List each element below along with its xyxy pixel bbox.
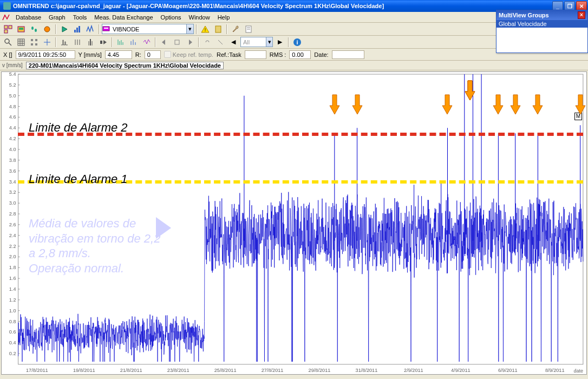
svg-rect-28 xyxy=(35,39,37,41)
svg-text:0.2: 0.2 xyxy=(9,351,16,356)
svg-text:3.2: 3.2 xyxy=(9,190,16,195)
svg-line-21 xyxy=(9,43,11,45)
svg-line-51 xyxy=(218,40,223,44)
svg-text:4.8: 4.8 xyxy=(9,104,16,109)
svg-marker-139 xyxy=(511,95,520,114)
svg-rect-11 xyxy=(79,26,80,32)
link-icon[interactable] xyxy=(201,37,213,48)
toolbar-separator xyxy=(196,24,197,34)
y-field: 4.45 xyxy=(105,50,132,59)
multiview-item-selected[interactable]: Global Velocidade xyxy=(496,20,587,28)
svg-text:0.6: 0.6 xyxy=(9,329,16,335)
next-icon[interactable]: ▶ xyxy=(274,37,286,48)
svg-rect-49 xyxy=(175,40,179,44)
warning-icon[interactable]: ! xyxy=(199,24,211,35)
svg-rect-0 xyxy=(4,25,8,29)
svg-rect-22 xyxy=(18,39,24,45)
svg-marker-138 xyxy=(493,95,503,114)
menu-graph[interactable]: Graph xyxy=(45,13,69,22)
peaks-icon[interactable] xyxy=(58,37,70,48)
svg-text:23/8/2011: 23/8/2011 xyxy=(167,368,190,373)
footsteps-icon[interactable] xyxy=(28,24,40,35)
chevron-down-icon[interactable]: ▾ xyxy=(186,24,193,34)
pan-right-icon[interactable] xyxy=(184,37,196,48)
chevron-down-icon[interactable]: ▾ xyxy=(266,37,272,47)
app-menu-icon xyxy=(2,14,10,21)
toolbar-separator xyxy=(99,24,100,34)
tree-icon[interactable] xyxy=(2,24,14,35)
spike-arrow-icon xyxy=(574,94,586,114)
spike-arrow-icon xyxy=(351,94,363,114)
svg-text:6/9/2011: 6/9/2011 xyxy=(498,368,518,373)
path-bar: v [mm/s] 220-M01\Mancais\4H\604 Velocity… xyxy=(0,61,588,70)
toolbar-separator xyxy=(288,37,289,47)
toolbar-separator xyxy=(55,37,56,47)
grid-icon[interactable] xyxy=(15,37,27,48)
svg-text:i: i xyxy=(296,39,298,45)
menu-tools[interactable]: Tools xyxy=(69,13,91,22)
svg-rect-13 xyxy=(104,28,108,29)
multiview-list[interactable]: Global Velocidade xyxy=(496,20,587,53)
menu-options[interactable]: Options xyxy=(157,13,185,22)
svg-text:1.6: 1.6 xyxy=(9,276,16,281)
svg-marker-137 xyxy=(465,81,475,100)
menu-help[interactable]: Help xyxy=(214,13,234,22)
svg-text:3.8: 3.8 xyxy=(9,158,16,163)
svg-rect-10 xyxy=(76,28,78,32)
spectrum2-icon[interactable] xyxy=(128,37,140,48)
play-icon[interactable] xyxy=(58,24,70,35)
toolbar-separator xyxy=(198,37,199,47)
device-combo-input[interactable] xyxy=(110,26,187,32)
svg-rect-1 xyxy=(9,25,12,29)
action-icon[interactable] xyxy=(41,24,53,35)
chart-icon[interactable] xyxy=(71,24,83,35)
svg-text:3.0: 3.0 xyxy=(9,200,16,206)
svg-text:1.8: 1.8 xyxy=(9,265,16,270)
playback-icon[interactable] xyxy=(97,37,109,48)
toolbar-separator xyxy=(155,37,156,47)
chart-area[interactable]: Limite de Alarme 2 Limite de Alarme 1 Mé… xyxy=(1,71,587,375)
window-title: OMNITREND c:\jaguar-cpa\vnd_jaguar - [Ja… xyxy=(13,3,552,9)
toolbar-separator xyxy=(55,24,56,34)
prev-icon[interactable]: ◀ xyxy=(227,37,239,48)
device-icon[interactable] xyxy=(15,24,27,35)
multiview-close-icon[interactable]: × xyxy=(578,11,585,19)
spectrum1-icon[interactable] xyxy=(115,37,127,48)
y-axis-unit: v [mm/s] xyxy=(2,62,23,68)
measurement-path: 220-M01\Mancais\4H\604 Velocity Spectrum… xyxy=(26,62,224,69)
svg-text:1.2: 1.2 xyxy=(9,297,16,303)
svg-text:5.0: 5.0 xyxy=(9,93,16,99)
svg-text:3.6: 3.6 xyxy=(9,168,16,174)
wrench-icon[interactable] xyxy=(230,24,241,35)
unlink-icon[interactable] xyxy=(214,37,226,48)
spectrum3-icon[interactable] xyxy=(141,37,153,48)
multiview-titlebar[interactable]: MultiView Groups × xyxy=(496,10,587,20)
notes-icon[interactable] xyxy=(243,24,254,35)
cursor-icon[interactable] xyxy=(41,37,53,48)
reftask-field xyxy=(245,50,266,59)
menu-meas-data-exchange[interactable]: Meas. Data Exchange xyxy=(90,13,156,22)
device2-icon[interactable] xyxy=(212,24,224,35)
matrix-icon[interactable] xyxy=(28,37,40,48)
menu-window[interactable]: Window xyxy=(185,13,214,22)
harmonics-icon[interactable] xyxy=(71,37,83,48)
svg-text:0.4: 0.4 xyxy=(9,340,16,345)
filter-combo-input[interactable] xyxy=(241,39,266,45)
signal-icon[interactable] xyxy=(84,24,96,35)
svg-marker-134 xyxy=(442,95,452,114)
svg-point-20 xyxy=(5,39,9,43)
filter-combo[interactable]: ▾ xyxy=(240,37,273,47)
svg-marker-48 xyxy=(162,40,165,45)
menu-database[interactable]: Database xyxy=(12,13,45,22)
sidebands-icon[interactable] xyxy=(84,37,96,48)
svg-text:2.2: 2.2 xyxy=(9,244,16,249)
device-combo[interactable]: ▾ xyxy=(102,24,194,34)
pan-left-icon[interactable] xyxy=(158,37,170,48)
info-icon[interactable]: i xyxy=(291,37,303,48)
svg-text:31/8/2011: 31/8/2011 xyxy=(356,368,378,373)
multiview-panel[interactable]: MultiView Groups × Global Velocidade xyxy=(496,10,588,53)
zoom-icon[interactable] xyxy=(2,37,14,48)
y-label: Y [mm/s] xyxy=(79,51,102,58)
svg-text:!: ! xyxy=(205,27,206,32)
pan-icon[interactable] xyxy=(171,37,183,48)
